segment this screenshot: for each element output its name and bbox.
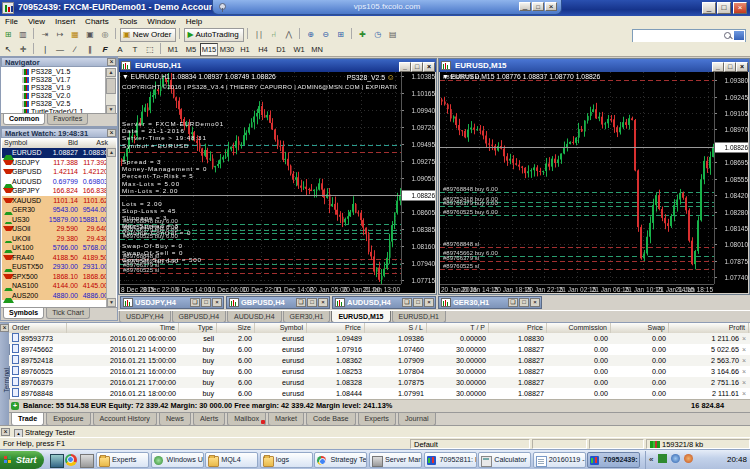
column-header-symbol[interactable]: Symbol (4, 139, 44, 146)
close-icon[interactable]: × (212, 298, 222, 307)
close-icon[interactable]: × (318, 298, 328, 307)
horizontal-line-icon[interactable]: — (53, 43, 67, 57)
candlestick-chart-icon[interactable]: ⑁ (267, 28, 281, 42)
periods-icon[interactable]: ◷ (371, 28, 385, 42)
order-row-89752418[interactable]: 897524182016.01.21 15:00:00buy6.00eurusd… (9, 355, 750, 366)
menu-file[interactable]: File (0, 16, 23, 27)
objects-list-icon[interactable]: ▣ (83, 28, 97, 42)
timeframe-m30[interactable]: M30 (218, 43, 236, 56)
profiles-icon[interactable]: ▥ (16, 28, 30, 42)
timeframe-m1[interactable]: M1 (164, 43, 182, 56)
task-button-70952811-fx-[interactable]: 70952811: FX... (424, 452, 477, 468)
search-input[interactable] (632, 29, 746, 43)
minimized-window-ger30-h1[interactable]: GER30,H1❏□× (438, 296, 542, 309)
task-button-20160119-n-[interactable]: 20160119 - N... (533, 452, 586, 468)
task-button-mql4[interactable]: MQL4 (205, 452, 258, 468)
orders-column-symbol[interactable]: Symbol (255, 323, 307, 333)
navigator-item-ps328_v1.7[interactable]: PS328_V1.7 (2, 76, 106, 84)
orders-column-swap[interactable]: Swap (611, 323, 669, 333)
task-button-windows-update[interactable]: Windows Update (151, 452, 204, 468)
order-row-89766379[interactable]: 897663792016.01.21 17:00:00buy6.00eurusd… (9, 377, 750, 388)
close-trade-icon[interactable]: × (742, 335, 746, 342)
text-label-icon[interactable]: T (128, 43, 142, 57)
close-icon[interactable]: × (530, 298, 540, 307)
menu-insert[interactable]: Insert (50, 16, 80, 27)
navigator-tab-common[interactable]: Common (3, 114, 45, 125)
menu-view[interactable]: View (23, 16, 50, 27)
show-desktop-icon[interactable] (50, 454, 64, 468)
market-watch-row-eustx50[interactable]: EUSTX502930.002931.00 (2, 262, 107, 272)
menu-tools[interactable]: Tools (114, 16, 143, 27)
orders-column-size[interactable]: Size (217, 323, 255, 333)
indicators-icon[interactable]: ✚ (356, 28, 370, 42)
task-button-strategy-test-[interactable]: Strategy Test... (314, 452, 367, 468)
chart-window-title-bar[interactable]: EURUSD,H1 _□× (119, 59, 436, 72)
chart-minimize-button[interactable]: _ (399, 62, 411, 72)
start-button[interactable]: Start (0, 451, 44, 469)
market-watch-row-spx500[interactable]: SPX5001868.101868.60 (2, 272, 107, 282)
close-icon[interactable]: × (424, 298, 434, 307)
minimized-window-gbpusd-h4[interactable]: GBPUSD,H4❏□× (226, 296, 330, 309)
navigator-item-ps328_v1.5[interactable]: PS328_V1.5 (2, 68, 106, 76)
orders-column-tp[interactable]: T / P (427, 323, 489, 333)
navigator-item-ps328_v2.0[interactable]: PS328_V2.0 (2, 92, 106, 100)
restore-icon[interactable]: ❏ (296, 298, 306, 307)
maximize-icon[interactable]: □ (519, 298, 529, 307)
orders-column-time[interactable]: Time (67, 323, 179, 333)
close-trade-icon[interactable]: × (742, 346, 746, 353)
task-button-server-manager[interactable]: Server Manager (369, 452, 422, 468)
autotrading-button[interactable]: ▶ AutoTrading (184, 28, 243, 42)
navigator-scrollbar[interactable]: ▲ ▼ (105, 68, 116, 114)
market-watch-row-gbpusd[interactable]: GBPUSD1.421141.42120 (2, 167, 107, 177)
market-watch-row-ger30[interactable]: GER309543.009544.00 (2, 205, 107, 215)
navigator-close-icon[interactable]: × (107, 58, 116, 66)
window-close-button[interactable]: × (733, 2, 747, 14)
bar-chart-icon[interactable]: ∣∣ (252, 28, 266, 42)
market-watch-close-icon[interactable]: × (107, 129, 116, 137)
task-button-experts[interactable]: Experts (96, 452, 149, 468)
scroll-down-icon[interactable]: ▼ (107, 298, 116, 307)
market-watch-tab-tick-chart[interactable]: Tick Chart (46, 308, 90, 319)
column-header-ask[interactable]: Ask (78, 139, 108, 146)
order-row-89760525[interactable]: 897605252016.01.21 16:00:00buy6.00eurusd… (9, 366, 750, 377)
chart-canvas-eurusd-m15[interactable] (440, 72, 748, 293)
close-trade-icon[interactable]: × (742, 379, 746, 386)
orders-column-price[interactable]: Price (307, 323, 365, 333)
order-row-89593773[interactable]: 895937732016.01.20 06:00:00sell2.00eurus… (9, 333, 750, 344)
templates-icon[interactable]: ▤ (386, 28, 400, 42)
navigator-tab-favorites[interactable]: Favorites (47, 114, 88, 125)
vertical-line-icon[interactable]: ∣ (38, 43, 52, 57)
chart-close-button[interactable]: × (736, 62, 748, 72)
column-header-bid[interactable]: Bid (46, 139, 78, 146)
scroll-up-icon[interactable]: ▲ (106, 68, 116, 77)
chart-close-button[interactable]: × (423, 62, 435, 72)
maximize-icon[interactable]: □ (307, 298, 317, 307)
timeframe-d1[interactable]: D1 (272, 43, 290, 56)
chrome-icon[interactable] (65, 454, 77, 466)
line-chart-icon[interactable]: ⋀ (282, 28, 296, 42)
market-watch-row-us30[interactable]: US3015879.0015881.00 (2, 215, 107, 225)
timeframe-m15[interactable]: M15 (200, 43, 218, 56)
market-watch-row-usdjpy[interactable]: USDJPY117.388117.392 (2, 158, 107, 168)
server-icon[interactable] (80, 454, 94, 468)
cursor-icon[interactable]: ↖ (1, 43, 15, 57)
maximize-icon[interactable]: □ (201, 298, 211, 307)
strategy-tester-close-icon[interactable]: × (1, 428, 10, 436)
zoom-out-icon[interactable]: ⊖ (319, 28, 333, 42)
navigator-item-ps328_v1.9[interactable]: PS328_V1.9 (2, 84, 106, 92)
task-button-calculator[interactable]: Calculator (478, 452, 531, 468)
restore-icon[interactable]: ❏ (402, 298, 412, 307)
task-button-70952439-f-[interactable]: 70952439: F... (587, 452, 640, 468)
menu-window[interactable]: Window (142, 16, 180, 27)
close-trade-icon[interactable]: × (742, 390, 746, 397)
rdp-close-button[interactable]: × (545, 2, 557, 11)
timeframe-m5[interactable]: M5 (182, 43, 200, 56)
tray-network-icon[interactable] (671, 454, 680, 463)
tray-green-icon[interactable] (658, 454, 667, 463)
minimized-window-usdjpy-h4[interactable]: USDJPY,H4❏□× (120, 296, 224, 309)
menu-charts[interactable]: Charts (80, 16, 114, 27)
text-icon[interactable]: A (113, 43, 127, 57)
chart-restore-button[interactable]: □ (724, 62, 736, 72)
trendline-icon[interactable]: ∕ (68, 43, 82, 57)
chart-restore-button[interactable]: □ (411, 62, 423, 72)
